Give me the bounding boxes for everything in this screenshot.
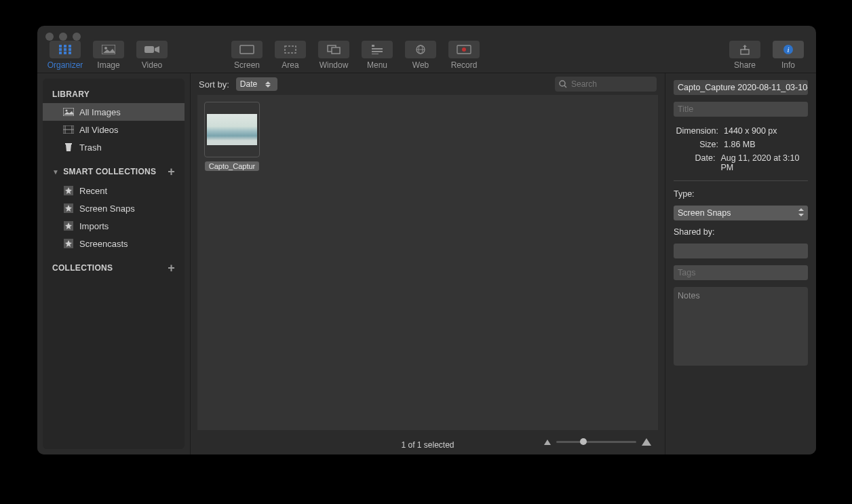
sidebar-item-recent[interactable]: Recent <box>43 182 185 199</box>
svg-rect-2 <box>69 45 71 47</box>
zoom-large-icon <box>642 438 651 446</box>
search-box[interactable] <box>555 77 657 92</box>
video-label: Video <box>142 60 162 70</box>
status-bar: 1 of 1 selected <box>191 435 665 454</box>
star-icon <box>63 186 74 195</box>
selection-status: 1 of 1 selected <box>401 440 454 450</box>
web-button[interactable]: Web <box>401 41 440 70</box>
type-label: Type: <box>674 189 808 199</box>
svg-rect-8 <box>69 52 71 54</box>
svg-rect-6 <box>59 52 62 54</box>
svg-rect-25 <box>741 50 749 54</box>
info-label: Info <box>781 60 795 70</box>
dimension-label: Dimension: <box>674 126 718 136</box>
zoom-slider[interactable] <box>544 438 651 446</box>
sidebar-item-label: All Images <box>79 107 121 117</box>
title-field[interactable] <box>674 102 808 117</box>
sidebar-item-label: Recent <box>79 186 107 196</box>
video-icon <box>136 41 168 58</box>
sidebar: LIBRARY All Images All Videos Trash ▼ SM… <box>37 73 190 454</box>
zoom-window-icon[interactable] <box>73 33 81 41</box>
sidebar-item-label: Imports <box>79 221 109 231</box>
svg-point-24 <box>462 47 466 52</box>
smart-collections-header[interactable]: ▼ SMART COLLECTIONS + <box>43 161 185 182</box>
collections-header[interactable]: COLLECTIONS + <box>43 258 185 278</box>
size-label: Size: <box>674 140 718 149</box>
menu-label: Menu <box>367 60 387 70</box>
svg-rect-18 <box>372 51 383 52</box>
minimize-window-icon[interactable] <box>59 33 67 41</box>
svg-rect-4 <box>64 48 66 51</box>
organizer-button[interactable]: Organizer <box>45 41 85 70</box>
close-window-icon[interactable] <box>45 33 54 41</box>
videos-icon <box>63 125 74 134</box>
sidebar-item-all-videos[interactable]: All Videos <box>43 121 185 138</box>
shared-by-label: Shared by: <box>674 227 808 237</box>
smart-collections-label: SMART COLLECTIONS <box>63 167 156 176</box>
thumbnail-item[interactable]: Capto_Captur <box>204 102 260 171</box>
svg-rect-5 <box>69 48 71 51</box>
svg-line-40 <box>564 85 566 88</box>
svg-rect-3 <box>59 48 62 51</box>
filename-field[interactable]: Capto_Capture 2020-08-11_03-10-10 <box>674 80 808 95</box>
record-icon <box>448 41 480 58</box>
video-button[interactable]: Video <box>132 41 172 70</box>
title-input[interactable] <box>678 104 804 114</box>
svg-point-39 <box>560 81 565 86</box>
type-dropdown[interactable]: Screen Snaps <box>674 206 808 220</box>
date-value: Aug 11, 2020 at 3:10 PM <box>720 153 808 172</box>
tags-field[interactable] <box>674 265 808 280</box>
sort-dropdown[interactable]: Date <box>236 77 277 91</box>
organizer-label: Organizer <box>47 60 83 70</box>
area-button[interactable]: Area <box>271 41 310 70</box>
svg-rect-13 <box>285 46 296 53</box>
sidebar-item-trash[interactable]: Trash <box>43 138 185 156</box>
disclosure-icon: ▼ <box>52 168 59 176</box>
zoom-track[interactable] <box>556 441 636 443</box>
svg-rect-15 <box>332 47 340 54</box>
add-smart-collection-button[interactable]: + <box>168 166 175 178</box>
sidebar-item-label: Screen Snaps <box>79 203 135 214</box>
area-icon <box>275 41 306 58</box>
sort-by-label: Sort by: <box>199 79 229 90</box>
share-icon <box>729 41 760 58</box>
zoom-knob[interactable] <box>580 438 587 445</box>
record-button[interactable]: Record <box>444 41 484 70</box>
area-label: Area <box>282 60 298 70</box>
sidebar-item-screencasts[interactable]: Screencasts <box>43 235 185 252</box>
tags-input[interactable] <box>678 268 804 277</box>
sidebar-item-imports[interactable]: Imports <box>43 217 185 235</box>
window-button[interactable]: Window <box>314 41 353 70</box>
screen-button[interactable]: Screen <box>227 41 267 70</box>
info-button[interactable]: i Info <box>769 41 808 70</box>
notes-field[interactable]: Notes <box>674 287 808 366</box>
sort-bar: Sort by: Date <box>191 73 665 95</box>
svg-point-10 <box>104 47 107 50</box>
sidebar-item-all-images[interactable]: All Images <box>43 103 185 121</box>
thumbnail-grid[interactable]: Capto_Captur <box>197 95 658 430</box>
date-row: Date: Aug 11, 2020 at 3:10 PM <box>674 153 808 172</box>
image-button[interactable]: Image <box>89 41 128 70</box>
size-row: Size: 1.86 MB <box>674 140 808 149</box>
record-label: Record <box>451 60 478 70</box>
divider <box>674 180 808 181</box>
date-label: Date: <box>674 153 715 172</box>
search-input[interactable] <box>571 79 653 89</box>
sidebar-item-screen-snaps[interactable]: Screen Snaps <box>43 199 185 217</box>
menu-button[interactable]: Menu <box>357 41 397 70</box>
dropdown-caret-icon <box>263 81 273 88</box>
star-icon <box>63 239 74 248</box>
screen-label: Screen <box>234 60 260 70</box>
toolbar: Organizer Image Video Screen <box>37 26 816 73</box>
dimension-value: 1440 x 900 px <box>724 126 777 136</box>
info-icon: i <box>773 41 804 58</box>
svg-rect-7 <box>64 52 66 54</box>
app-window: Organizer Image Video Screen <box>37 26 816 454</box>
svg-rect-0 <box>59 45 62 47</box>
share-button[interactable]: Share <box>725 41 764 70</box>
svg-rect-1 <box>64 45 66 47</box>
add-collection-button[interactable]: + <box>168 262 175 274</box>
sidebar-item-label: Screencasts <box>79 239 128 249</box>
svg-rect-34 <box>65 143 72 144</box>
web-label: Web <box>412 60 429 70</box>
